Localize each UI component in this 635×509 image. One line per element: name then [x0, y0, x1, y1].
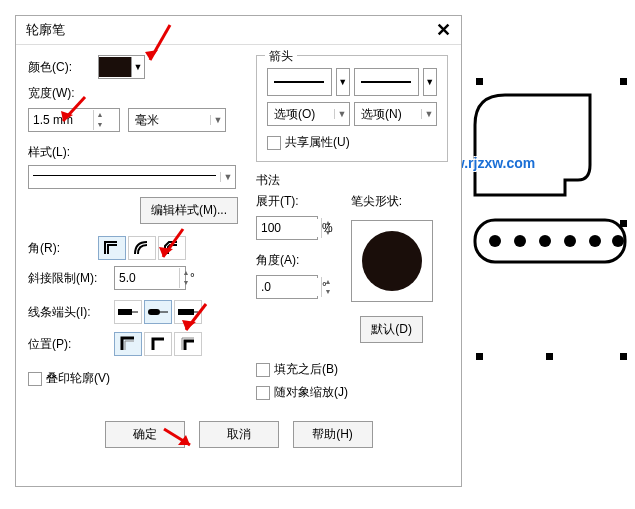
selection-handle[interactable]: [546, 353, 553, 360]
behind-fill-checkbox[interactable]: 填充之后(B): [256, 361, 448, 378]
miter-label: 斜接限制(M):: [28, 270, 114, 287]
cap-label: 线条端头(I):: [28, 304, 114, 321]
width-input[interactable]: ▲▼: [28, 108, 120, 132]
svg-rect-7: [118, 309, 132, 315]
arrow-options-right[interactable]: 选项(N)▼: [354, 102, 437, 126]
chevron-down-icon[interactable]: ▼: [336, 68, 351, 96]
arrowhead-legend: 箭头: [265, 48, 297, 65]
cap-square-icon[interactable]: [174, 300, 202, 324]
miter-input[interactable]: ▲▼: [114, 266, 186, 290]
chevron-down-icon: ▼: [220, 172, 235, 182]
color-swatch: [99, 57, 132, 77]
spread-input[interactable]: ▲▼: [256, 216, 318, 240]
chevron-down-icon: ▼: [132, 62, 144, 72]
cap-round-icon[interactable]: [144, 300, 172, 324]
arrow-options-left[interactable]: 选项(O)▼: [267, 102, 350, 126]
color-picker[interactable]: ▼: [98, 55, 145, 79]
corner-miter-icon[interactable]: [98, 236, 126, 260]
selection-handle[interactable]: [476, 78, 483, 85]
arrow-start-select[interactable]: [267, 68, 332, 96]
style-label: 样式(L):: [28, 144, 238, 161]
width-unit-select[interactable]: 毫米▼: [128, 108, 226, 132]
position-label: 位置(P):: [28, 336, 114, 353]
scale-with-object-checkbox[interactable]: 随对象缩放(J): [256, 384, 448, 401]
outline-pen-dialog: 轮廓笔 ✕ 颜色(C): ▼ 宽度(W): ▲▼ 毫米▼ 样式(L): ▼ 编辑…: [15, 15, 462, 487]
spin-down-icon[interactable]: ▼: [94, 120, 106, 130]
arrowhead-group: 箭头 ▼ ▼ 选项(O)▼ 选项(N)▼ 共享属性(U): [256, 55, 448, 162]
cap-butt-icon[interactable]: [114, 300, 142, 324]
arrow-end-select[interactable]: [354, 68, 419, 96]
selection-handle[interactable]: [620, 78, 627, 85]
svg-point-3: [539, 235, 551, 247]
cap-group: [114, 300, 202, 324]
chevron-down-icon: ▼: [210, 115, 225, 125]
angle-input[interactable]: ▲▼: [256, 275, 318, 299]
miter-unit: °: [190, 271, 195, 285]
width-label: 宽度(W):: [28, 85, 98, 102]
pos-inside-icon[interactable]: [174, 332, 202, 356]
ok-button[interactable]: 确定: [105, 421, 185, 448]
selection-handle[interactable]: [476, 353, 483, 360]
corner-label: 角(R):: [28, 240, 98, 257]
default-button[interactable]: 默认(D): [360, 316, 423, 343]
overprint-checkbox[interactable]: 叠印轮廓(V): [28, 370, 238, 387]
corner-bevel-icon[interactable]: [158, 236, 186, 260]
svg-point-5: [589, 235, 601, 247]
svg-point-4: [564, 235, 576, 247]
svg-rect-0: [475, 220, 625, 262]
corner-group: [98, 236, 186, 260]
corner-round-icon[interactable]: [128, 236, 156, 260]
titlebar: 轮廓笔 ✕: [16, 16, 461, 45]
pos-outside-icon[interactable]: [114, 332, 142, 356]
help-button[interactable]: 帮助(H): [293, 421, 373, 448]
close-icon[interactable]: ✕: [436, 19, 451, 41]
dialog-title: 轮廓笔: [26, 21, 65, 39]
svg-rect-9: [148, 309, 160, 315]
edit-style-button[interactable]: 编辑样式(M)...: [140, 197, 238, 224]
spin-up-icon[interactable]: ▲: [94, 110, 106, 120]
svg-point-1: [489, 235, 501, 247]
angle-label: 角度(A):: [256, 252, 333, 269]
canvas-object: [460, 80, 635, 383]
share-attributes-checkbox[interactable]: 共享属性(U): [267, 134, 437, 151]
position-group: [114, 332, 202, 356]
selection-handle[interactable]: [620, 220, 627, 227]
svg-point-6: [612, 235, 624, 247]
cancel-button[interactable]: 取消: [199, 421, 279, 448]
svg-point-2: [514, 235, 526, 247]
pos-center-icon[interactable]: [144, 332, 172, 356]
chevron-down-icon[interactable]: ▼: [423, 68, 438, 96]
nib-label: 笔尖形状:: [351, 193, 433, 210]
style-select[interactable]: ▼: [28, 165, 236, 189]
selection-handle[interactable]: [620, 353, 627, 360]
calligraphy-title: 书法: [256, 172, 448, 189]
nib-preview: [351, 220, 433, 302]
color-label: 颜色(C):: [28, 59, 98, 76]
spread-label: 展开(T):: [256, 193, 333, 210]
